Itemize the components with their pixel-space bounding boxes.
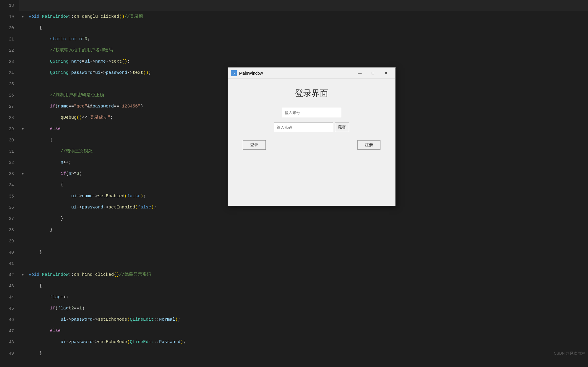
qt-account-input[interactable] [282, 108, 341, 117]
line-number: 44 [0, 292, 19, 303]
line-number: 46 [0, 314, 19, 325]
line-number: 24 [0, 67, 19, 79]
qt-close-button[interactable]: ✕ [379, 69, 392, 78]
code-content: //获取输入框中的用户名和密码 [26, 45, 588, 56]
line-number: 30 [0, 135, 19, 146]
fold-gutter [19, 213, 26, 224]
code-content: { [26, 22, 588, 34]
fold-gutter[interactable]: ▼ [19, 123, 26, 135]
fold-gutter [19, 337, 26, 348]
code-line: 41 [0, 258, 588, 269]
code-line: 44 flag++; [0, 292, 588, 303]
fold-gutter [19, 325, 26, 337]
qt-window-title: MainWindow [239, 71, 353, 76]
code-line: 20 { [0, 22, 588, 34]
line-number: 25 [0, 79, 19, 90]
code-content: static int n=0; [26, 34, 588, 45]
line-number: 45 [0, 303, 19, 314]
code-content [26, 258, 588, 269]
fold-gutter [19, 135, 26, 146]
code-line: 42 ▼ void MainWindow::on_hind_clicked()/… [0, 269, 588, 280]
qt-password-input[interactable] [274, 123, 333, 132]
line-number: 31 [0, 146, 19, 157]
code-content: { [26, 280, 588, 292]
fold-gutter [19, 236, 26, 247]
line-number: 27 [0, 101, 19, 112]
qt-form-title: 登录界面 [295, 88, 328, 99]
fold-gutter [19, 0, 26, 11]
code-line: 45 if(flag%2==1) [0, 303, 588, 314]
code-content: void MainWindow::on_denglu_clicked()//登录… [26, 11, 588, 22]
qt-hide-password-button[interactable]: 藏密 [335, 123, 349, 132]
line-number: 35 [0, 191, 19, 202]
qt-login-button[interactable]: 登录 [243, 140, 266, 150]
line-number: 42 [0, 269, 19, 280]
fold-gutter [19, 258, 26, 269]
fold-gutter [19, 348, 26, 359]
qt-password-row: 藏密 [237, 123, 386, 132]
fold-gutter [19, 112, 26, 123]
line-number: 49 [0, 348, 19, 359]
line-number: 38 [0, 224, 19, 236]
fold-gutter[interactable]: ▼ [19, 11, 26, 22]
fold-gutter [19, 67, 26, 79]
code-content: } [26, 247, 588, 258]
qt-body: 登录界面 藏密 登录 注册 [228, 79, 395, 206]
code-content: else [26, 325, 588, 337]
fold-gutter [19, 22, 26, 34]
qt-maximize-button[interactable]: □ [366, 69, 379, 78]
fold-gutter [19, 314, 26, 325]
fold-gutter [19, 157, 26, 168]
fold-gutter [19, 224, 26, 236]
line-number: 20 [0, 22, 19, 34]
code-content [26, 0, 588, 11]
code-content [26, 236, 588, 247]
code-content: flag++; [26, 292, 588, 303]
code-line: 49 } [0, 348, 588, 359]
code-content: void MainWindow::on_hind_clicked()//隐藏显示… [26, 269, 588, 280]
code-line: 38 } [0, 224, 588, 236]
line-number: 19 [0, 11, 19, 22]
code-line: 40 } [0, 247, 588, 258]
code-line: 37 } [0, 213, 588, 224]
code-line: 19 ▼ void MainWindow::on_denglu_clicked(… [0, 11, 588, 22]
line-number: 22 [0, 45, 19, 56]
watermark: CSDN @风吹雨淋 [554, 351, 585, 356]
qt-account-row [237, 108, 386, 117]
line-number: 34 [0, 180, 19, 191]
qt-action-row: 登录 注册 [237, 140, 386, 150]
svg-text:Q: Q [233, 72, 235, 75]
line-number: 18 [0, 0, 19, 11]
code-content: } [26, 213, 588, 224]
qt-preview-window: Q MainWindow — □ ✕ 登录界面 藏密 登录 注册 [228, 67, 396, 206]
code-line: 46 ui->password->setEchoMode(QLineEdit::… [0, 314, 588, 325]
fold-gutter [19, 180, 26, 191]
line-number: 43 [0, 280, 19, 292]
fold-gutter [19, 202, 26, 213]
line-number: 23 [0, 56, 19, 67]
code-line: 39 [0, 236, 588, 247]
fold-gutter [19, 280, 26, 292]
line-number: 32 [0, 157, 19, 168]
line-number: 36 [0, 202, 19, 213]
fold-gutter[interactable]: ▼ [19, 168, 26, 180]
line-number: 40 [0, 247, 19, 258]
qt-app-icon: Q [231, 70, 237, 76]
code-line: 47 else [0, 325, 588, 337]
fold-gutter [19, 101, 26, 112]
line-number: 26 [0, 90, 19, 101]
code-line: 48 ui->password->setEchoMode(QLineEdit::… [0, 337, 588, 348]
code-content: } [26, 348, 588, 359]
qt-register-button[interactable]: 注册 [357, 140, 380, 150]
qt-minimize-button[interactable]: — [353, 69, 366, 78]
fold-gutter [19, 90, 26, 101]
fold-gutter[interactable]: ▼ [19, 269, 26, 280]
code-content: ui->password->setEchoMode(QLineEdit::Pas… [26, 337, 588, 348]
qt-titlebar: Q MainWindow — □ ✕ [228, 68, 395, 79]
line-number: 33 [0, 168, 19, 180]
line-number: 21 [0, 34, 19, 45]
code-line: 22 //获取输入框中的用户名和密码 [0, 45, 588, 56]
line-number: 41 [0, 258, 19, 269]
fold-gutter [19, 34, 26, 45]
code-editor: 18 19 ▼ void MainWindow::on_denglu_click… [0, 0, 588, 359]
